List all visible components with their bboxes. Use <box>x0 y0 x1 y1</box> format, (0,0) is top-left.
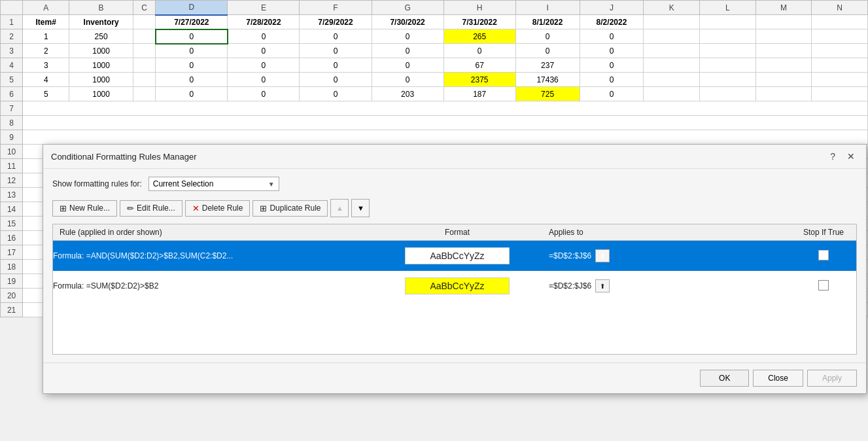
cell-l3[interactable] <box>700 44 756 58</box>
cell-l2[interactable] <box>700 29 756 44</box>
duplicate-rule-button[interactable]: ⊞ Duplicate Rule <box>252 200 328 217</box>
cell-k1[interactable] <box>644 15 700 29</box>
rule-1-cell-ref-button[interactable]: ⬆ <box>595 249 610 262</box>
cell-m6[interactable] <box>755 87 812 101</box>
cell-e2[interactable]: 0 <box>228 29 300 44</box>
cell-n3[interactable] <box>812 44 868 58</box>
cell-j3[interactable]: 0 <box>580 44 644 58</box>
cell-i2[interactable]: 0 <box>515 29 580 44</box>
edit-rule-button[interactable]: ✏ Edit Rule... <box>120 200 182 217</box>
cell-e1[interactable]: 7/28/2022 <box>228 15 300 29</box>
cell-f6[interactable]: 0 <box>300 87 372 101</box>
cell-d2[interactable]: 0 <box>156 29 228 44</box>
col-m-header[interactable]: M <box>755 1 812 15</box>
cell-c3[interactable] <box>133 44 156 58</box>
cell-f4[interactable]: 0 <box>300 58 372 73</box>
cell-n2[interactable] <box>812 29 868 44</box>
cell-b3[interactable]: 1000 <box>69 44 133 58</box>
cell-g4[interactable]: 0 <box>372 58 443 73</box>
cell-d3[interactable]: 0 <box>156 44 228 58</box>
cell-g5[interactable]: 0 <box>372 73 443 87</box>
rule-2-stop-checkbox[interactable] <box>818 280 829 291</box>
rule-row-1[interactable]: Formula: =AND(SUM($D2:D2)>$B2,SUM(C2:$D2… <box>53 241 856 272</box>
cell-l5[interactable] <box>700 73 756 87</box>
cell-i3[interactable]: 0 <box>515 44 580 58</box>
cell-i5[interactable]: 17436 <box>515 73 580 87</box>
cell-h1[interactable]: 7/31/2022 <box>443 15 515 29</box>
col-f-header[interactable]: F <box>300 1 372 15</box>
cell-m3[interactable] <box>755 44 812 58</box>
cell-i6[interactable]: 725 <box>515 87 580 101</box>
cell-d1[interactable]: 7/27/2022 <box>156 15 228 29</box>
rule-row-2[interactable]: Formula: =SUM($D2:D2)>$B2 AaBbCcYyZz =$D… <box>53 271 856 301</box>
cell-a2[interactable]: 1 <box>23 29 69 44</box>
rule-2-cell-ref-button[interactable]: ⬆ <box>595 279 610 292</box>
cell-a6[interactable]: 5 <box>23 87 69 101</box>
cell-a3[interactable]: 2 <box>23 44 69 58</box>
col-c-header[interactable]: C <box>133 1 156 15</box>
cell-l6[interactable] <box>700 87 756 101</box>
col-n-header[interactable]: N <box>812 1 868 15</box>
cell-e3[interactable]: 0 <box>228 44 300 58</box>
cell-c1[interactable] <box>133 15 156 29</box>
col-e-header[interactable]: E <box>228 1 300 15</box>
cell-i4[interactable]: 237 <box>515 58 580 73</box>
cell-c5[interactable] <box>133 73 156 87</box>
cell-b2[interactable]: 250 <box>69 29 133 44</box>
cell-k4[interactable] <box>644 58 700 73</box>
cell-b4[interactable]: 1000 <box>69 58 133 73</box>
col-b-header[interactable]: B <box>69 1 133 15</box>
col-k-header[interactable]: K <box>644 1 700 15</box>
cell-g6[interactable]: 203 <box>372 87 443 101</box>
cell-j6[interactable]: 0 <box>580 87 644 101</box>
cell-m5[interactable] <box>755 73 812 87</box>
cell-l1[interactable] <box>700 15 756 29</box>
cell-d5[interactable]: 0 <box>156 73 228 87</box>
move-up-button[interactable]: ▲ <box>330 199 349 217</box>
cell-l4[interactable] <box>700 58 756 73</box>
cell-m2[interactable] <box>755 29 812 44</box>
help-button[interactable]: ? <box>827 150 839 163</box>
cell-h6[interactable]: 187 <box>443 87 515 101</box>
cell-h3[interactable]: 0 <box>443 44 515 58</box>
cell-a1[interactable]: Item# <box>23 15 69 29</box>
cell-d4[interactable]: 0 <box>156 58 228 73</box>
cell-c2[interactable] <box>133 29 156 44</box>
cell-j4[interactable]: 0 <box>580 58 644 73</box>
col-g-header[interactable]: G <box>372 1 443 15</box>
cell-j5[interactable]: 0 <box>580 73 644 87</box>
cell-e5[interactable]: 0 <box>228 73 300 87</box>
cell-c6[interactable] <box>133 87 156 101</box>
cell-n4[interactable] <box>812 58 868 73</box>
cell-m1[interactable] <box>755 15 812 29</box>
close-button[interactable]: ✕ <box>844 150 858 163</box>
cell-b1[interactable]: Inventory <box>69 15 133 29</box>
cell-k5[interactable] <box>644 73 700 87</box>
cell-k3[interactable] <box>644 44 700 58</box>
move-down-button[interactable]: ▼ <box>351 199 370 217</box>
col-i-header[interactable]: I <box>515 1 580 15</box>
col-l-header[interactable]: L <box>700 1 756 15</box>
cell-h5[interactable]: 2375 <box>443 73 515 87</box>
cell-g1[interactable]: 7/30/2022 <box>372 15 443 29</box>
cell-f5[interactable]: 0 <box>300 73 372 87</box>
cell-f3[interactable]: 0 <box>300 44 372 58</box>
cell-e4[interactable]: 0 <box>228 58 300 73</box>
cell-k6[interactable] <box>644 87 700 101</box>
cell-h4[interactable]: 67 <box>443 58 515 73</box>
rule-1-stop-checkbox[interactable] <box>818 250 829 260</box>
delete-rule-button[interactable]: ✕ Delete Rule <box>185 200 251 217</box>
close-dialog-button[interactable]: Close <box>753 370 803 387</box>
cell-b5[interactable]: 1000 <box>69 73 133 87</box>
show-rules-dropdown[interactable]: Current Selection ▼ <box>148 177 279 191</box>
cell-g2[interactable]: 0 <box>372 29 443 44</box>
col-h-header[interactable]: H <box>443 1 515 15</box>
col-j-header[interactable]: J <box>580 1 644 15</box>
cell-h2[interactable]: 265 <box>443 29 515 44</box>
apply-button[interactable]: Apply <box>807 370 857 387</box>
cell-j1[interactable]: 8/2/2022 <box>580 15 644 29</box>
cell-n5[interactable] <box>812 73 868 87</box>
cell-k2[interactable] <box>644 29 700 44</box>
cell-d6[interactable]: 0 <box>156 87 228 101</box>
col-d-header[interactable]: D <box>156 1 228 15</box>
